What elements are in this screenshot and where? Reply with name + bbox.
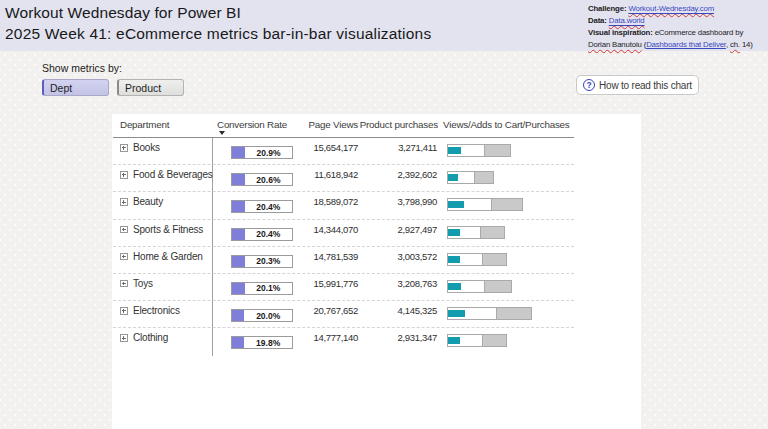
department-name: Clothing <box>133 332 168 343</box>
expand-plus-icon[interactable] <box>120 253 128 261</box>
conversion-rate-fill <box>232 337 244 348</box>
column-header-bar-in-bar[interactable]: Views/Adds to Cart/Purchases <box>443 119 570 130</box>
data-label: Data: <box>588 16 607 25</box>
conversion-rate-fill <box>232 256 245 267</box>
challenge-label: Challenge: <box>588 4 626 13</box>
expand-plus-icon[interactable] <box>120 144 128 152</box>
product-purchases-value: 3,003,572 <box>347 251 437 262</box>
conversion-rate-fill <box>232 174 245 185</box>
expand-plus-icon[interactable] <box>120 334 128 342</box>
conversion-rate-fill <box>232 310 244 321</box>
table-row: Electronics20.0%20,767,6524,145,325 <box>112 301 641 328</box>
expand-plus-icon[interactable] <box>120 226 128 234</box>
column-header-department[interactable]: Department <box>120 119 169 130</box>
department-name: Toys <box>133 278 153 289</box>
department-name: Sports & Fitness <box>133 224 203 235</box>
question-circle-icon: ? <box>583 79 595 91</box>
product-purchases-value: 3,798,990 <box>347 196 437 207</box>
page-views-value: 14,344,070 <box>268 224 358 235</box>
table-row: Food & Beverages20.6%11,618,9422,392,602 <box>112 165 641 192</box>
table-row: Clothing19.8%14,777,1402,931,347 <box>112 328 641 355</box>
conversion-rate-fill <box>232 201 245 212</box>
expand-plus-icon[interactable] <box>120 171 128 179</box>
credit-inspiration-line2: Dorian Banutoiu(Dashboards that Deliver,… <box>588 39 766 51</box>
inspiration-author: Dorian Banutoiu <box>588 40 642 49</box>
table-row: Home & Garden20.3%14,781,5393,003,572 <box>112 247 641 274</box>
sort-descending-icon[interactable] <box>219 131 225 135</box>
credit-data-line: Data: Data.world <box>588 15 766 27</box>
help-button[interactable]: ? How to read this chart <box>576 75 699 95</box>
product-purchases-value: 2,392,602 <box>347 169 437 180</box>
conversion-rate-fill <box>232 147 245 158</box>
department-name: Home & Garden <box>133 251 203 262</box>
department-name: Beauty <box>133 196 163 207</box>
product-purchases-value: 2,931,347 <box>347 332 437 343</box>
table-row: Toys20.1%15,991,7763,208,763 <box>112 274 641 301</box>
product-purchases-value: 2,927,497 <box>347 224 437 235</box>
report-title: Workout Wednesday for Power BI <box>5 4 241 22</box>
purchases-bar <box>448 283 461 290</box>
table-row: Beauty20.4%18,589,0723,798,990 <box>112 192 641 219</box>
conversion-rate-fill <box>232 283 245 294</box>
conversion-rate-fill <box>232 229 245 240</box>
credits-block: Challenge: Workout-Wednesday.com Data: D… <box>588 3 766 51</box>
inspiration-link[interactable]: Dashboards that Deliver <box>646 40 726 49</box>
purchases-bar <box>448 174 458 181</box>
page-views-value: 14,777,140 <box>268 332 358 343</box>
help-button-label: How to read this chart <box>599 80 692 91</box>
report-subtitle: 2025 Week 41: eCommerce metrics bar-in-b… <box>5 25 431 43</box>
product-purchases-value: 3,208,763 <box>347 278 437 289</box>
inspiration-label: Visual inspiration: <box>588 28 653 37</box>
table-rows: Books20.9%15,654,1773,271,411Food & Beve… <box>112 138 641 356</box>
product-purchases-value: 4,145,325 <box>347 305 437 316</box>
department-name: Books <box>133 142 160 153</box>
department-name: Food & Beverages <box>133 169 213 180</box>
show-metrics-label: Show metrics by: <box>42 62 122 74</box>
expand-plus-icon[interactable] <box>120 307 128 315</box>
challenge-link[interactable]: Workout-Wednesday.com <box>628 4 714 13</box>
slicer-button-product[interactable]: Product <box>117 79 184 96</box>
purchases-bar <box>448 256 460 263</box>
data-link[interactable]: Data.world <box>609 16 645 25</box>
column-header-product-purchases[interactable]: Product purchases <box>328 119 438 130</box>
expand-plus-icon[interactable] <box>120 280 128 288</box>
expand-plus-icon[interactable] <box>120 198 128 206</box>
purchases-bar <box>448 147 461 154</box>
page-views-value: 11,618,942 <box>268 169 358 180</box>
department-name: Electronics <box>133 305 180 316</box>
table-panel: Department Conversion Rate Page Views Pr… <box>112 114 641 429</box>
slicer-button-dept[interactable]: Dept <box>42 79 109 96</box>
purchases-bar <box>448 337 460 344</box>
product-purchases-value: 3,271,411 <box>347 142 437 153</box>
column-header-conversion-rate[interactable]: Conversion Rate <box>217 119 287 130</box>
inspiration-chapter: ch. <box>730 40 740 49</box>
page-views-value: 15,654,177 <box>268 142 358 153</box>
table-row: Sports & Fitness20.4%14,344,0702,927,497 <box>112 220 641 247</box>
page-views-value: 18,589,072 <box>268 196 358 207</box>
page-views-value: 14,781,539 <box>268 251 358 262</box>
page-views-value: 20,767,652 <box>268 305 358 316</box>
purchases-bar <box>448 229 460 236</box>
purchases-bar <box>448 310 465 317</box>
credit-inspiration-line1: Visual inspiration: eCommerce dashboard … <box>588 27 766 39</box>
page-views-value: 15,991,776 <box>268 278 358 289</box>
table-row: Books20.9%15,654,1773,271,411 <box>112 138 641 165</box>
purchases-bar <box>448 201 464 208</box>
credit-challenge-line: Challenge: Workout-Wednesday.com <box>588 3 766 15</box>
